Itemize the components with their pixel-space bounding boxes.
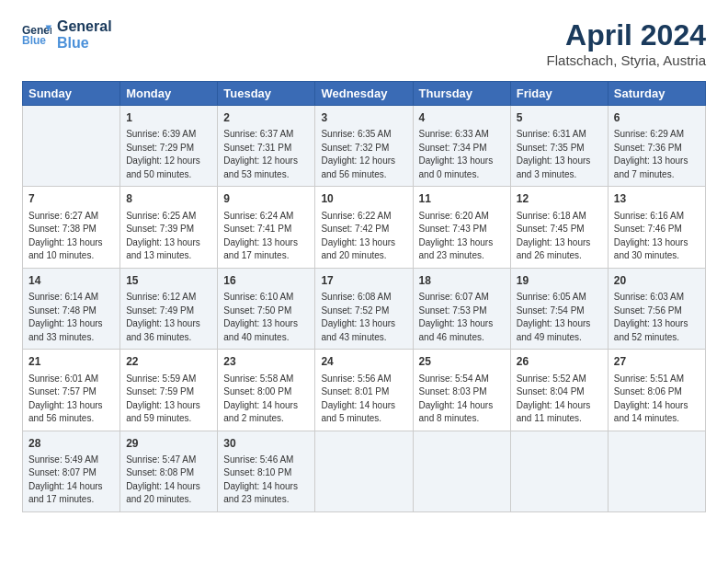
calendar-cell: 8Sunrise: 6:25 AM Sunset: 7:39 PM Daylig… bbox=[120, 187, 218, 268]
day-content: Sunrise: 5:58 AM Sunset: 8:00 PM Dayligh… bbox=[223, 373, 309, 426]
calendar-cell: 28Sunrise: 5:49 AM Sunset: 8:07 PM Dayli… bbox=[23, 431, 120, 511]
day-content: Sunrise: 5:54 AM Sunset: 8:03 PM Dayligh… bbox=[419, 373, 505, 426]
day-content: Sunrise: 6:25 AM Sunset: 7:39 PM Dayligh… bbox=[126, 210, 211, 263]
calendar-cell: 17Sunrise: 6:08 AM Sunset: 7:52 PM Dayli… bbox=[315, 268, 413, 349]
day-number: 13 bbox=[614, 191, 700, 207]
day-number: 2 bbox=[223, 110, 309, 126]
calendar-cell bbox=[23, 106, 120, 187]
weekday-header-friday: Friday bbox=[510, 82, 608, 106]
day-content: Sunrise: 5:52 AM Sunset: 8:04 PM Dayligh… bbox=[517, 373, 602, 426]
calendar-cell: 23Sunrise: 5:58 AM Sunset: 8:00 PM Dayli… bbox=[218, 350, 315, 431]
weekday-header-sunday: Sunday bbox=[23, 82, 120, 106]
calendar-cell: 10Sunrise: 6:22 AM Sunset: 7:42 PM Dayli… bbox=[315, 187, 413, 268]
calendar-week-row: 1Sunrise: 6:39 AM Sunset: 7:29 PM Daylig… bbox=[23, 106, 706, 187]
day-number: 22 bbox=[126, 354, 211, 370]
day-number: 30 bbox=[223, 436, 309, 452]
day-number: 26 bbox=[517, 354, 602, 370]
calendar-cell: 2Sunrise: 6:37 AM Sunset: 7:31 PM Daylig… bbox=[218, 106, 315, 187]
weekday-header-saturday: Saturday bbox=[608, 82, 705, 106]
calendar-cell: 14Sunrise: 6:14 AM Sunset: 7:48 PM Dayli… bbox=[23, 268, 120, 349]
calendar-cell: 12Sunrise: 6:18 AM Sunset: 7:45 PM Dayli… bbox=[510, 187, 608, 268]
calendar-cell: 25Sunrise: 5:54 AM Sunset: 8:03 PM Dayli… bbox=[413, 350, 510, 431]
day-number: 29 bbox=[126, 436, 211, 452]
calendar-cell: 18Sunrise: 6:07 AM Sunset: 7:53 PM Dayli… bbox=[413, 268, 510, 349]
calendar-week-row: 28Sunrise: 5:49 AM Sunset: 8:07 PM Dayli… bbox=[23, 431, 706, 511]
day-content: Sunrise: 5:59 AM Sunset: 7:59 PM Dayligh… bbox=[126, 373, 211, 426]
day-number: 20 bbox=[614, 273, 700, 289]
calendar-week-row: 7Sunrise: 6:27 AM Sunset: 7:38 PM Daylig… bbox=[23, 187, 706, 268]
day-content: Sunrise: 6:16 AM Sunset: 7:46 PM Dayligh… bbox=[614, 210, 700, 263]
day-content: Sunrise: 6:27 AM Sunset: 7:38 PM Dayligh… bbox=[28, 210, 114, 263]
calendar-cell: 27Sunrise: 5:51 AM Sunset: 8:06 PM Dayli… bbox=[608, 350, 705, 431]
calendar-cell: 1Sunrise: 6:39 AM Sunset: 7:29 PM Daylig… bbox=[120, 106, 218, 187]
calendar-cell: 29Sunrise: 5:47 AM Sunset: 8:08 PM Dayli… bbox=[120, 431, 218, 511]
header: General Blue General Blue April 2024 Fla… bbox=[22, 18, 706, 68]
day-content: Sunrise: 5:56 AM Sunset: 8:01 PM Dayligh… bbox=[321, 373, 406, 426]
day-content: Sunrise: 6:14 AM Sunset: 7:48 PM Dayligh… bbox=[28, 291, 114, 344]
weekday-header-wednesday: Wednesday bbox=[315, 82, 413, 106]
calendar-cell bbox=[510, 431, 608, 511]
logo-general: General bbox=[57, 18, 112, 35]
day-number: 12 bbox=[517, 191, 602, 207]
weekday-header-row: SundayMondayTuesdayWednesdayThursdayFrid… bbox=[23, 82, 706, 106]
calendar-week-row: 21Sunrise: 6:01 AM Sunset: 7:57 PM Dayli… bbox=[23, 350, 706, 431]
calendar-cell: 6Sunrise: 6:29 AM Sunset: 7:36 PM Daylig… bbox=[608, 106, 705, 187]
calendar-cell: 24Sunrise: 5:56 AM Sunset: 8:01 PM Dayli… bbox=[315, 350, 413, 431]
day-number: 24 bbox=[321, 354, 406, 370]
day-number: 10 bbox=[321, 191, 406, 207]
calendar-cell: 11Sunrise: 6:20 AM Sunset: 7:43 PM Dayli… bbox=[413, 187, 510, 268]
calendar-cell: 30Sunrise: 5:46 AM Sunset: 8:10 PM Dayli… bbox=[218, 431, 315, 511]
day-content: Sunrise: 6:03 AM Sunset: 7:56 PM Dayligh… bbox=[614, 291, 700, 344]
day-content: Sunrise: 6:05 AM Sunset: 7:54 PM Dayligh… bbox=[517, 291, 602, 344]
day-content: Sunrise: 6:18 AM Sunset: 7:45 PM Dayligh… bbox=[517, 210, 602, 263]
day-number: 15 bbox=[126, 273, 211, 289]
day-content: Sunrise: 6:37 AM Sunset: 7:31 PM Dayligh… bbox=[223, 128, 309, 181]
weekday-header-monday: Monday bbox=[120, 82, 218, 106]
calendar-cell bbox=[413, 431, 510, 511]
day-number: 23 bbox=[223, 354, 309, 370]
day-number: 21 bbox=[28, 354, 114, 370]
day-number: 1 bbox=[126, 110, 211, 126]
day-number: 25 bbox=[419, 354, 505, 370]
calendar-cell: 9Sunrise: 6:24 AM Sunset: 7:41 PM Daylig… bbox=[218, 187, 315, 268]
calendar-cell: 21Sunrise: 6:01 AM Sunset: 7:57 PM Dayli… bbox=[23, 350, 120, 431]
calendar-cell: 4Sunrise: 6:33 AM Sunset: 7:34 PM Daylig… bbox=[413, 106, 510, 187]
day-content: Sunrise: 5:46 AM Sunset: 8:10 PM Dayligh… bbox=[223, 454, 309, 507]
svg-text:Blue: Blue bbox=[22, 34, 46, 47]
day-number: 5 bbox=[517, 110, 602, 126]
day-content: Sunrise: 6:31 AM Sunset: 7:35 PM Dayligh… bbox=[517, 128, 602, 181]
day-content: Sunrise: 6:20 AM Sunset: 7:43 PM Dayligh… bbox=[419, 210, 505, 263]
calendar-cell: 19Sunrise: 6:05 AM Sunset: 7:54 PM Dayli… bbox=[510, 268, 608, 349]
calendar-page: General Blue General Blue April 2024 Fla… bbox=[0, 0, 728, 527]
day-number: 14 bbox=[28, 273, 114, 289]
day-content: Sunrise: 5:49 AM Sunset: 8:07 PM Dayligh… bbox=[28, 454, 114, 507]
weekday-header-thursday: Thursday bbox=[413, 82, 510, 106]
day-number: 19 bbox=[517, 273, 602, 289]
day-number: 8 bbox=[126, 191, 211, 207]
calendar-table: SundayMondayTuesdayWednesdayThursdayFrid… bbox=[22, 81, 706, 512]
day-content: Sunrise: 5:51 AM Sunset: 8:06 PM Dayligh… bbox=[614, 373, 700, 426]
calendar-cell: 16Sunrise: 6:10 AM Sunset: 7:50 PM Dayli… bbox=[218, 268, 315, 349]
calendar-cell: 22Sunrise: 5:59 AM Sunset: 7:59 PM Dayli… bbox=[120, 350, 218, 431]
calendar-cell bbox=[608, 431, 705, 511]
day-number: 4 bbox=[419, 110, 505, 126]
day-number: 17 bbox=[321, 273, 406, 289]
calendar-cell: 15Sunrise: 6:12 AM Sunset: 7:49 PM Dayli… bbox=[120, 268, 218, 349]
calendar-cell: 13Sunrise: 6:16 AM Sunset: 7:46 PM Dayli… bbox=[608, 187, 705, 268]
month-title: April 2024 bbox=[547, 18, 706, 52]
day-number: 28 bbox=[28, 436, 114, 452]
day-content: Sunrise: 6:39 AM Sunset: 7:29 PM Dayligh… bbox=[126, 128, 211, 181]
day-number: 16 bbox=[223, 273, 309, 289]
calendar-cell bbox=[315, 431, 413, 511]
day-content: Sunrise: 6:22 AM Sunset: 7:42 PM Dayligh… bbox=[321, 210, 406, 263]
calendar-cell: 20Sunrise: 6:03 AM Sunset: 7:56 PM Dayli… bbox=[608, 268, 705, 349]
title-block: April 2024 Flatschach, Styria, Austria bbox=[547, 18, 706, 68]
logo-blue: Blue bbox=[57, 35, 112, 52]
day-content: Sunrise: 6:24 AM Sunset: 7:41 PM Dayligh… bbox=[223, 210, 309, 263]
day-content: Sunrise: 6:33 AM Sunset: 7:34 PM Dayligh… bbox=[419, 128, 505, 181]
calendar-cell: 3Sunrise: 6:35 AM Sunset: 7:32 PM Daylig… bbox=[315, 106, 413, 187]
day-number: 3 bbox=[321, 110, 406, 126]
day-content: Sunrise: 6:01 AM Sunset: 7:57 PM Dayligh… bbox=[28, 373, 114, 426]
day-content: Sunrise: 6:29 AM Sunset: 7:36 PM Dayligh… bbox=[614, 128, 700, 181]
day-number: 11 bbox=[419, 191, 505, 207]
